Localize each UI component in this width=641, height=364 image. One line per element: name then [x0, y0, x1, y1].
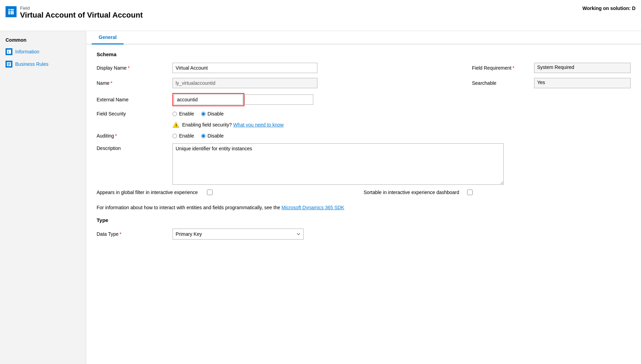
- auditing-field: Enable Disable: [172, 133, 631, 139]
- svg-rect-0: [8, 9, 14, 14]
- appears-col: Appears in global filter in interactive …: [97, 190, 364, 200]
- appears-label: Appears in global filter in interactive …: [97, 190, 207, 195]
- auditing-radio-group: Enable Disable: [172, 133, 224, 139]
- display-name-label: Display Name*: [97, 65, 172, 71]
- top-header: Field Virtual Account of Virtual Account…: [0, 0, 641, 31]
- svg-text:i: i: [8, 50, 9, 54]
- auditing-disable-label[interactable]: Disable: [201, 133, 224, 139]
- field-requirement-value: System Required: [534, 63, 631, 73]
- name-field: [172, 78, 458, 88]
- external-name-field: [172, 93, 631, 106]
- form-content: Schema Display Name* Field Requirement* …: [86, 44, 641, 251]
- appears-checkbox-row: Appears in global filter in interactive …: [97, 190, 364, 195]
- name-label: Name*: [97, 80, 172, 86]
- svg-rect-3: [7, 50, 11, 54]
- warning-link[interactable]: What you need to know: [233, 122, 284, 128]
- tab-general[interactable]: General: [92, 31, 124, 44]
- sortable-checkbox[interactable]: [467, 190, 473, 195]
- external-name-highlight: [172, 93, 244, 106]
- auditing-enable-radio[interactable]: [172, 134, 177, 138]
- auditing-row: Auditing* Enable Disable: [97, 133, 631, 139]
- data-type-row: Data Type* Primary Key: [97, 229, 631, 240]
- extra-options-row: Appears in global filter in interactive …: [97, 190, 631, 200]
- sidebar-item-information-label: Information: [15, 49, 39, 54]
- description-label: Description: [97, 143, 172, 151]
- appears-checkbox-wrapper: [207, 190, 213, 195]
- sidebar: Common i Information: [0, 31, 86, 364]
- working-on-text: Working on solution: D: [582, 6, 635, 11]
- description-row: Description Unique identifier for entity…: [97, 143, 631, 185]
- display-name-field: [172, 63, 458, 73]
- schema-section-title: Schema: [97, 51, 631, 57]
- field-security-enable-radio[interactable]: [172, 112, 177, 116]
- field-security-radio-group: Enable Disable: [172, 111, 224, 117]
- field-requirement-right: Field Requirement* System Required: [472, 63, 631, 73]
- field-security-disable-label[interactable]: Disable: [201, 111, 224, 117]
- sidebar-item-business-rules-label: Business Rules: [15, 61, 49, 67]
- auditing-disable-radio[interactable]: [201, 134, 206, 138]
- page-title: Virtual Account of Virtual Account: [20, 11, 143, 20]
- information-icon: i: [6, 48, 12, 55]
- app-container: Field Virtual Account of Virtual Account…: [0, 0, 641, 364]
- name-input[interactable]: [172, 78, 317, 88]
- searchable-right: Searchable Yes: [472, 78, 631, 88]
- external-name-label: External Name: [97, 97, 172, 102]
- sortable-checkbox-row: Sortable in interactive experience dashb…: [364, 190, 631, 195]
- description-field: Unique identifier for entity instances: [172, 143, 631, 185]
- info-text-row: For information about how to interact wi…: [97, 205, 631, 210]
- app-icon: [6, 6, 17, 17]
- sdk-link[interactable]: Microsoft Dynamics 365 SDK: [282, 205, 344, 210]
- field-security-field: Enable Disable: [172, 111, 631, 117]
- business-rules-icon: [6, 61, 12, 68]
- data-type-field: Primary Key: [172, 229, 631, 240]
- external-name-extra-input[interactable]: [244, 94, 313, 105]
- svg-text:!: !: [176, 123, 177, 128]
- description-textarea[interactable]: Unique identifier for entity instances: [172, 143, 504, 185]
- header-text: Field Virtual Account of Virtual Account: [20, 3, 143, 20]
- searchable-value: Yes: [534, 78, 631, 88]
- content-area: General Schema Display Name* Field: [86, 31, 641, 364]
- main-layout: Common i Information: [0, 31, 641, 364]
- auditing-enable-label[interactable]: Enable: [172, 133, 194, 139]
- field-security-disable-radio[interactable]: [201, 112, 206, 116]
- appears-checkbox[interactable]: [207, 190, 213, 195]
- field-requirement-label: Field Requirement*: [472, 65, 534, 71]
- warning-row: ! Enabling field security? What you need…: [172, 121, 631, 128]
- display-name-row: Display Name* Field Requirement* System …: [97, 63, 631, 73]
- field-security-enable-label[interactable]: Enable: [172, 111, 194, 117]
- type-section-title: Type: [97, 217, 631, 223]
- external-name-input[interactable]: [174, 94, 243, 105]
- auditing-label: Auditing*: [97, 133, 172, 139]
- field-security-label: Field Security: [97, 111, 172, 117]
- field-security-row: Field Security Enable Disable: [97, 111, 631, 117]
- sidebar-item-information[interactable]: i Information: [0, 46, 86, 58]
- field-label: Field: [20, 6, 143, 11]
- sidebar-item-business-rules[interactable]: Business Rules: [0, 58, 86, 70]
- searchable-label: Searchable: [472, 80, 534, 86]
- sortable-col: Sortable in interactive experience dashb…: [364, 190, 631, 195]
- external-name-row: External Name: [97, 93, 631, 106]
- data-type-select[interactable]: Primary Key: [172, 229, 304, 240]
- tabs-bar: General: [86, 31, 641, 44]
- sidebar-section-label: Common: [0, 34, 86, 46]
- warning-icon: !: [172, 121, 179, 128]
- sortable-label: Sortable in interactive experience dashb…: [364, 190, 460, 195]
- data-type-label: Data Type*: [97, 231, 172, 237]
- name-row: Name* Searchable Yes: [97, 78, 631, 88]
- display-name-input[interactable]: [172, 63, 317, 73]
- warning-text: Enabling field security?: [182, 122, 232, 128]
